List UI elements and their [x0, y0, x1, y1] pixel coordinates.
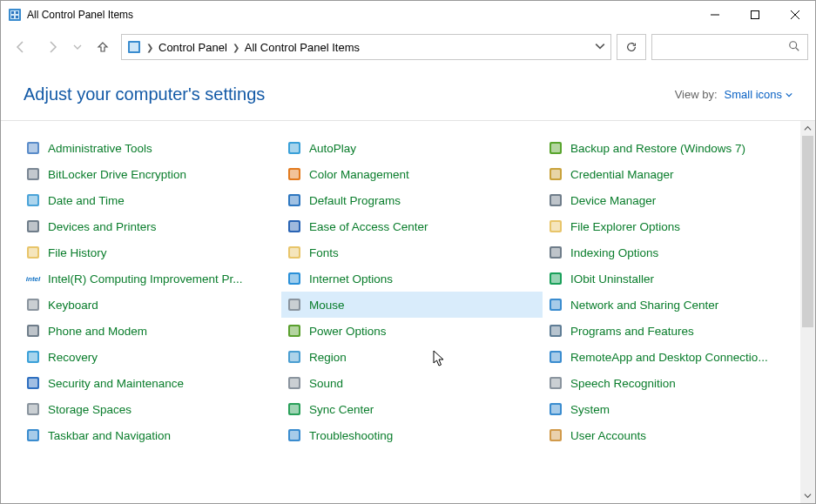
item-label: Troubleshooting: [309, 429, 393, 442]
item-label: Date and Time: [48, 194, 125, 207]
svg-rect-15: [29, 144, 37, 152]
scroll-up-button[interactable]: [800, 121, 815, 136]
svg-rect-4: [11, 16, 14, 18]
refresh-button[interactable]: [617, 34, 646, 60]
address-bar[interactable]: ❯ Control Panel ❯ All Control Panel Item…: [121, 34, 611, 60]
programs-icon: [548, 323, 563, 339]
chevron-right-icon[interactable]: ❯: [233, 43, 239, 52]
scroll-down-button[interactable]: [800, 488, 815, 503]
item-label: Indexing Options: [570, 246, 658, 259]
control-panel-item[interactable]: Power Options: [281, 318, 543, 344]
view-by-label: View by:: [675, 88, 718, 101]
svg-rect-83: [551, 431, 560, 440]
view-by-control: View by: Small icons: [675, 88, 792, 101]
recent-dropdown[interactable]: [71, 34, 84, 60]
control-panel-item[interactable]: File Explorer Options: [543, 213, 800, 239]
item-label: Credential Manager: [570, 168, 674, 181]
control-panel-item[interactable]: System: [543, 396, 800, 422]
maximize-button[interactable]: [735, 1, 775, 29]
mouse-icon: [287, 297, 302, 312]
control-panel-item[interactable]: Taskbar and Navigation: [20, 422, 281, 448]
svg-rect-45: [290, 274, 299, 283]
control-panel-item[interactable]: AutoPlay: [281, 135, 543, 161]
back-button[interactable]: [8, 34, 34, 60]
content-area: Administrative ToolsAutoPlayBackup and R…: [1, 121, 815, 503]
control-panel-item[interactable]: Keyboard: [20, 292, 281, 318]
control-panel-item[interactable]: Indexing Options: [543, 239, 800, 265]
taskbar-icon: [25, 427, 41, 443]
svg-rect-11: [130, 43, 138, 51]
control-panel-item[interactable]: Device Manager: [543, 187, 800, 213]
item-label: Network and Sharing Center: [570, 299, 718, 312]
svg-rect-41: [290, 248, 299, 257]
control-panel-item[interactable]: Default Programs: [281, 187, 543, 213]
control-panel-item[interactable]: Security and Maintenance: [20, 370, 281, 396]
svg-rect-47: [551, 274, 560, 283]
minimize-button[interactable]: [695, 1, 735, 29]
control-panel-item[interactable]: Internet Options: [281, 265, 543, 292]
control-panel-item[interactable]: Region: [281, 344, 543, 370]
control-panel-item[interactable]: Troubleshooting: [281, 422, 543, 448]
forward-button[interactable]: [39, 34, 65, 60]
item-label: Security and Maintenance: [48, 377, 184, 390]
control-panel-item[interactable]: IObit Uninstaller: [543, 265, 800, 292]
control-panel-item[interactable]: Speech Recognition: [543, 370, 800, 396]
control-panel-item[interactable]: Phone and Modem: [20, 318, 281, 344]
heading-row: Adjust your computer's settings View by:…: [1, 65, 815, 115]
control-panel-item[interactable]: BitLocker Drive Encryption: [20, 161, 281, 187]
bitlocker-icon: [25, 166, 41, 182]
svg-rect-73: [29, 405, 37, 413]
search-input[interactable]: [651, 34, 808, 60]
ease-access-icon: [287, 218, 302, 234]
control-panel-item[interactable]: Sync Center: [281, 396, 543, 422]
control-panel-item[interactable]: Recovery: [20, 344, 281, 370]
item-label: Programs and Features: [570, 325, 694, 338]
credential-icon: [548, 166, 563, 182]
control-panel-item[interactable]: Backup and Restore (Windows 7): [543, 135, 800, 161]
scrollbar[interactable]: [800, 121, 815, 503]
close-button[interactable]: [775, 1, 815, 29]
svg-rect-39: [29, 248, 37, 257]
control-panel-item[interactable]: Ease of Access Center: [281, 213, 543, 239]
control-panel-item[interactable]: File History: [20, 239, 281, 265]
control-panel-item[interactable]: Devices and Printers: [20, 213, 281, 239]
control-panel-icon: [8, 8, 22, 22]
item-label: Recovery: [48, 351, 98, 364]
default-programs-icon: [287, 192, 302, 208]
control-panel-item[interactable]: intelIntel(R) Computing Improvement Pr..…: [20, 265, 281, 292]
svg-rect-21: [29, 170, 37, 178]
chevron-right-icon[interactable]: ❯: [146, 43, 153, 52]
scroll-track[interactable]: [800, 136, 815, 488]
control-panel-item[interactable]: Sound: [281, 370, 543, 396]
breadcrumb-root[interactable]: Control Panel: [158, 41, 227, 54]
svg-rect-23: [290, 170, 299, 178]
scroll-thumb[interactable]: [802, 136, 813, 327]
control-panel-item[interactable]: RemoteApp and Desktop Connectio...: [543, 344, 800, 370]
svg-rect-2: [11, 11, 14, 14]
control-panel-item[interactable]: User Accounts: [543, 422, 800, 448]
system-icon: [548, 401, 563, 417]
device-manager-icon: [548, 192, 563, 208]
breadcrumb-current[interactable]: All Control Panel Items: [245, 41, 360, 54]
svg-line-13: [796, 47, 799, 50]
power-icon: [287, 323, 302, 339]
autoplay-icon: [287, 140, 302, 156]
control-panel-item[interactable]: Storage Spaces: [20, 396, 281, 422]
svg-rect-57: [290, 326, 299, 335]
address-dropdown[interactable]: [595, 41, 605, 54]
item-label: Administrative Tools: [48, 142, 152, 155]
control-panel-item[interactable]: Fonts: [281, 239, 543, 265]
control-panel-item[interactable]: Programs and Features: [543, 318, 800, 344]
region-icon: [287, 349, 302, 365]
control-panel-item[interactable]: Color Management: [281, 161, 543, 187]
control-panel-item[interactable]: Network and Sharing Center: [543, 292, 800, 318]
control-panel-item[interactable]: Administrative Tools: [20, 135, 281, 161]
svg-rect-35: [290, 222, 299, 231]
fonts-icon: [287, 245, 302, 260]
up-button[interactable]: [90, 34, 116, 60]
view-by-dropdown[interactable]: Small icons: [725, 88, 792, 101]
control-panel-item[interactable]: Credential Manager: [543, 161, 800, 187]
control-panel-item[interactable]: Mouse: [281, 292, 543, 318]
security-icon: [25, 375, 41, 391]
control-panel-item[interactable]: Date and Time: [20, 187, 281, 213]
